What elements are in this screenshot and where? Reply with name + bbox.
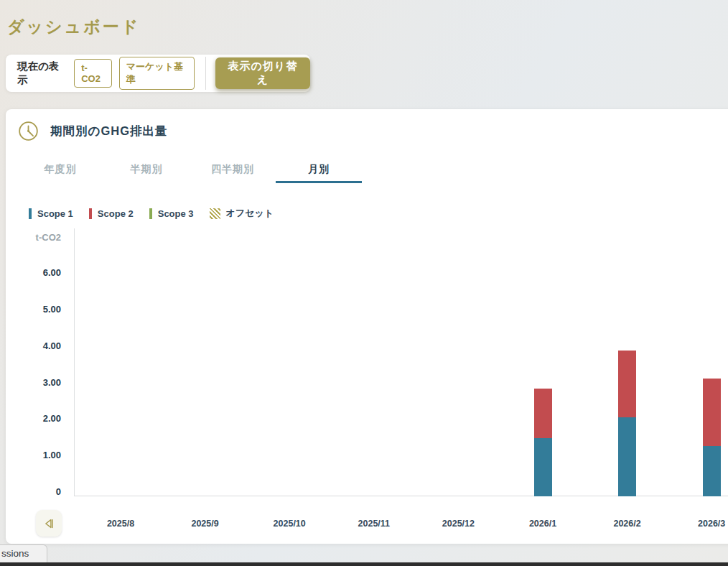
x-tick-label: 2025/12 — [429, 519, 487, 530]
y-tick-label: 6.00 — [18, 267, 61, 279]
browser-status-url: ssions — [0, 544, 47, 563]
x-tick-label: 2025/11 — [345, 519, 403, 530]
bottom-taskbar — [0, 562, 728, 566]
bar-segment-scope1-2026/3[interactable] — [703, 446, 721, 496]
current-display-label: 現在の表示 — [17, 60, 65, 87]
bar-segment-scope2-2026/2[interactable] — [618, 351, 636, 418]
divider — [205, 57, 206, 90]
y-tick-label: 4.00 — [18, 340, 61, 352]
bar-segment-scope1-2026/2[interactable] — [618, 417, 636, 496]
y-tick-label: 2.00 — [18, 413, 61, 424]
page-title: ダッシュボード — [7, 16, 140, 38]
x-tick-label: 2026/2 — [599, 519, 656, 530]
market-standard-badge: マーケット基準 — [119, 57, 195, 90]
ghg-emissions-card: 期間別のGHG排出量 年度別 半期別 四半期別 月別 Scope 1 Scope… — [6, 109, 728, 544]
unit-badge: t-CO2 — [74, 59, 112, 88]
y-axis-line — [74, 228, 75, 496]
current-display-bar: 現在の表示 t-CO2 マーケット基準 表示の切り替え — [6, 55, 310, 92]
switch-display-button[interactable]: 表示の切り替え — [215, 57, 310, 89]
x-tick-label: 2026/3 — [683, 519, 728, 530]
y-tick-label: 1.00 — [18, 450, 61, 461]
y-tick-label: 5.00 — [18, 304, 61, 315]
bar-segment-scope2-2026/1[interactable] — [534, 389, 552, 438]
previous-period-button[interactable] — [36, 510, 62, 537]
x-tick-label: 2025/8 — [92, 519, 149, 530]
y-tick-label: 0 — [18, 486, 61, 498]
x-tick-label: 2025/9 — [177, 519, 234, 530]
bar-segment-scope2-2026/3[interactable] — [703, 379, 721, 446]
y-axis-unit-label: t-CO2 — [18, 232, 61, 243]
bar-segment-scope1-2026/1[interactable] — [534, 438, 552, 496]
x-tick-label: 2025/10 — [261, 519, 318, 530]
stacked-bar-chart: t-CO2 01.002.003.004.005.006.002025/8202… — [6, 109, 728, 544]
x-tick-label: 2026/1 — [514, 519, 571, 530]
rewind-icon — [42, 516, 56, 531]
y-tick-label: 3.00 — [18, 377, 61, 389]
